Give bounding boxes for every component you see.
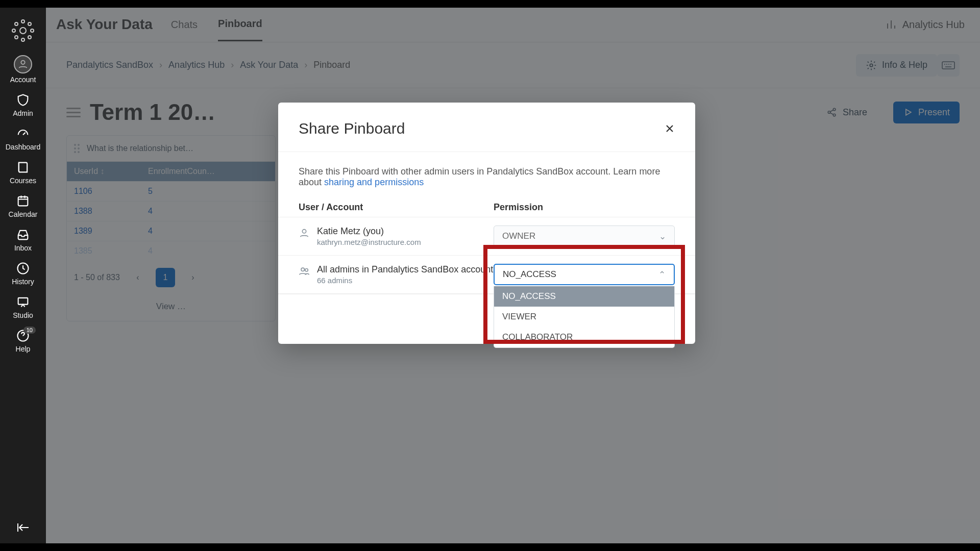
- nav-help[interactable]: 10 Help: [0, 324, 46, 358]
- svg-point-1: [21, 20, 24, 23]
- user-name: Katie Metz (you): [317, 226, 421, 237]
- gauge-icon: [16, 127, 30, 141]
- svg-point-9: [21, 61, 24, 64]
- svg-rect-10: [18, 197, 28, 206]
- collapse-icon: [15, 521, 31, 534]
- modal-description: Share this Pinboard with other admin use…: [278, 152, 695, 193]
- nav-calendar[interactable]: Calendar: [0, 190, 46, 223]
- svg-point-4: [31, 29, 34, 32]
- col-permission: Permission: [494, 202, 675, 213]
- permission-select-owner: OWNER ⌄: [494, 226, 675, 247]
- svg-point-2: [21, 38, 24, 41]
- selected-value: OWNER: [502, 231, 535, 241]
- inbox-icon: [16, 228, 30, 242]
- chevron-down-icon: ⌄: [659, 231, 666, 242]
- permission-dropdown: NO_ACCESS VIEWER COLLABORATOR: [494, 286, 675, 348]
- modal-close-button[interactable]: [665, 123, 675, 134]
- users-icon: [299, 266, 310, 277]
- clock-icon: [16, 261, 30, 276]
- modal-title: Share Pinboard: [299, 120, 405, 137]
- nav-label: Inbox: [14, 244, 32, 252]
- nav-label: Calendar: [9, 210, 38, 218]
- nav-label: History: [12, 278, 34, 286]
- svg-point-5: [15, 22, 18, 26]
- avatar-icon: [14, 55, 32, 73]
- permission-row-admins: All admins in Pandalytics SandBox accoun…: [278, 255, 695, 294]
- shield-icon: [16, 93, 30, 107]
- nav-label: Admin: [13, 109, 33, 117]
- help-badge: 10: [23, 327, 36, 334]
- user-icon: [299, 228, 310, 239]
- selected-value: NO_ACCESS: [503, 269, 556, 280]
- permission-select-admins[interactable]: NO_ACCESS ⌃: [494, 264, 675, 285]
- nav-label: Help: [16, 345, 31, 353]
- share-pinboard-modal: Share Pinboard Share this Pinboard with …: [278, 103, 695, 344]
- col-user-account: User / Account: [299, 202, 494, 213]
- svg-point-0: [20, 28, 26, 34]
- svg-rect-12: [18, 298, 28, 305]
- app-logo-icon: [11, 18, 35, 43]
- svg-point-6: [28, 22, 31, 26]
- nav-courses[interactable]: Courses: [0, 156, 46, 190]
- option-viewer[interactable]: VIEWER: [494, 307, 674, 327]
- user-email: kathryn.metz@instructure.com: [317, 238, 421, 246]
- nav-history[interactable]: History: [0, 257, 46, 291]
- nav-label: Dashboard: [6, 143, 41, 151]
- global-nav: Account Admin Dashboard Courses Calendar…: [0, 7, 46, 544]
- sharing-docs-link[interactable]: sharing and permissions: [324, 177, 424, 187]
- option-no-access[interactable]: NO_ACCESS: [494, 286, 674, 307]
- chevron-up-icon: ⌃: [658, 269, 666, 280]
- presentation-icon: [16, 295, 30, 309]
- svg-point-7: [15, 36, 18, 39]
- main-area: Ask Your Data Chats Pinboard Analytics H…: [46, 7, 980, 544]
- close-icon: [665, 123, 675, 134]
- nav-admin[interactable]: Admin: [0, 89, 46, 122]
- nav-label: Account: [10, 76, 36, 84]
- nav-dashboard[interactable]: Dashboard: [0, 122, 46, 156]
- svg-point-20: [301, 268, 304, 271]
- calendar-icon: [16, 194, 30, 208]
- option-collaborator[interactable]: COLLABORATOR: [494, 327, 674, 347]
- nav-label: Courses: [10, 177, 36, 185]
- svg-point-21: [305, 269, 308, 272]
- user-sub: 66 admins: [317, 276, 493, 285]
- permission-row-owner: Katie Metz (you) kathryn.metz@instructur…: [278, 217, 695, 255]
- collapse-nav[interactable]: [15, 521, 31, 534]
- user-name: All admins in Pandalytics SandBox accoun…: [317, 264, 493, 275]
- app-shell: Account Admin Dashboard Courses Calendar…: [0, 7, 980, 544]
- nav-studio[interactable]: Studio: [0, 291, 46, 324]
- svg-point-8: [28, 36, 31, 39]
- svg-point-19: [302, 230, 306, 233]
- nav-label: Studio: [13, 311, 33, 319]
- nav-account[interactable]: Account: [0, 51, 46, 89]
- book-icon: [16, 160, 30, 174]
- svg-point-3: [12, 29, 15, 32]
- nav-inbox[interactable]: Inbox: [0, 223, 46, 257]
